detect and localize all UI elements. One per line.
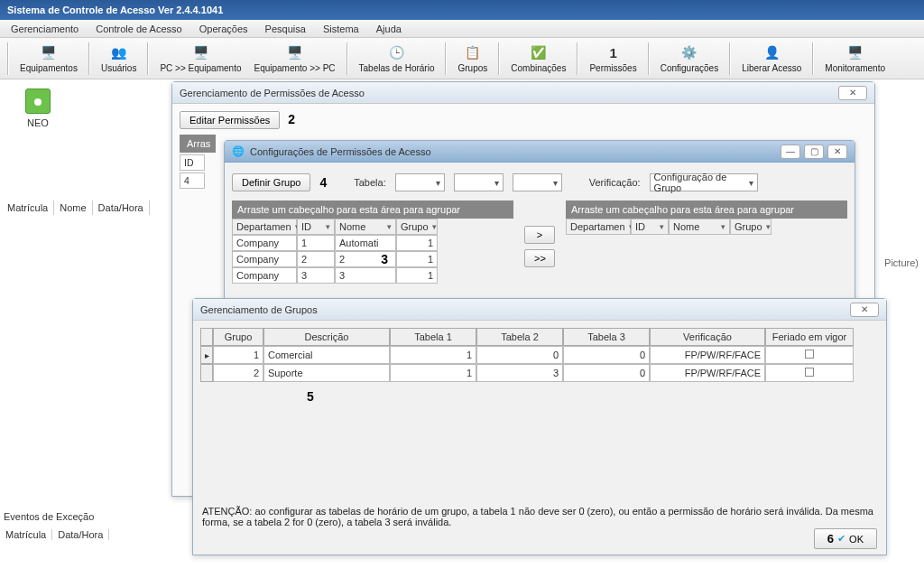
col-datahora: Data/Hora <box>93 200 150 215</box>
cell-checkbox[interactable] <box>765 364 854 382</box>
cell: 23 <box>335 251 396 267</box>
col-nome[interactable]: Nome <box>669 219 730 235</box>
minimize-button[interactable]: — <box>781 144 800 159</box>
window-title: Configurações de Permissões de Acesso <box>250 146 431 157</box>
col-feriado[interactable]: Feriado em vigor <box>765 328 854 346</box>
verif-label: Verificação: <box>589 177 641 188</box>
toolbar-equipamentos[interactable]: 🖥️Equipamentos <box>16 40 81 78</box>
col-grupo[interactable]: Grupo <box>396 219 438 235</box>
col-nome: Nome <box>54 200 92 215</box>
table-row[interactable]: Company 2 23 1 <box>232 251 513 267</box>
col-descricao[interactable]: Descrição <box>263 328 390 346</box>
table-row[interactable]: Company 3 3 1 <box>232 267 513 284</box>
toolbar-pc-equip[interactable]: 🖥️PC >> Equipamento <box>156 40 245 78</box>
col-departamento[interactable]: Departamen <box>566 219 631 235</box>
cell: Company <box>232 251 297 267</box>
separator <box>498 42 500 75</box>
toolbar-combinacoes[interactable]: ✅Combinações <box>507 40 569 78</box>
toolbar-label: PC >> Equipamento <box>160 63 241 73</box>
cell: 2 <box>213 364 263 382</box>
picture-caption: Picture) <box>884 257 919 268</box>
separator <box>729 42 731 75</box>
group-header-stub: Arras <box>180 135 216 153</box>
tabela-dropdown-2[interactable] <box>454 173 504 191</box>
cell: Automati <box>335 235 396 251</box>
col-tabela3[interactable]: Tabela 3 <box>563 328 650 346</box>
col-id[interactable]: ID <box>631 219 669 235</box>
col-tabela2[interactable]: Tabela 2 <box>476 328 563 346</box>
menu-item[interactable]: Ajuda <box>369 20 409 38</box>
col-matricula: Matrícula <box>0 529 52 540</box>
table-row[interactable]: ▸ 1 Comercial 1 0 0 FP/PW/RF/FACE <box>200 346 879 364</box>
clock-icon: 🕒 <box>388 43 406 61</box>
ok-label: OK <box>849 534 864 545</box>
col-nome[interactable]: Nome <box>335 219 396 235</box>
cell: FP/PW/RF/FACE <box>650 364 765 382</box>
menu-item[interactable]: Gerenciamento <box>4 20 86 38</box>
menu-item[interactable]: Controle de Acesso <box>88 20 189 38</box>
menu-item[interactable]: Sistema <box>316 20 366 38</box>
toolbar-monitor[interactable]: 🖥️Monitoramento <box>821 40 889 78</box>
menu-item[interactable]: Pesquisa <box>258 20 313 38</box>
group-drop-header: Arraste um cabeçalho para esta área para… <box>232 200 513 219</box>
callout-6: 6 <box>827 532 834 545</box>
tabela-dropdown-3[interactable] <box>513 173 562 191</box>
cell: 0 <box>476 346 563 364</box>
window-grupos: Gerenciamento de Grupos ✕ Grupo Descriçã… <box>192 298 887 555</box>
move-one-button[interactable]: > <box>524 226 555 244</box>
cell: 1 <box>396 267 438 284</box>
callout-2: 2 <box>288 112 295 126</box>
toolbar-config[interactable]: ⚙️Configurações <box>657 40 722 78</box>
cell: 0 <box>563 346 650 364</box>
window-titlebar: 🌐 Configurações de Permissões de Acesso … <box>225 141 855 163</box>
col-grupo[interactable]: Grupo <box>213 328 263 346</box>
users-icon: 👥 <box>110 43 128 61</box>
close-button[interactable]: ✕ <box>850 303 879 317</box>
desktop-icon-neo[interactable]: NEO <box>18 89 58 128</box>
cell: Suporte <box>263 364 390 382</box>
col-id[interactable]: ID <box>297 219 335 235</box>
toolbar-label: Configurações <box>661 63 718 73</box>
cell: 3 <box>335 267 396 284</box>
callout-5: 5 <box>307 389 314 404</box>
table-row[interactable]: 2 Suporte 1 3 0 FP/PW/RF/FACE <box>200 364 879 382</box>
col-verificacao[interactable]: Verificação <box>650 328 765 346</box>
toolbar-equip-pc[interactable]: 🖥️Equipamento >> PC <box>250 40 338 78</box>
groups-icon: 📋 <box>464 43 482 61</box>
col-grupo[interactable]: Grupo <box>730 219 772 235</box>
toolbar-horario[interactable]: 🕒Tabelas de Horário <box>356 40 439 78</box>
toolbar-label: Permissões <box>589 63 636 73</box>
neo-label: NEO <box>18 117 58 128</box>
separator <box>577 42 578 75</box>
cell: 3 <box>297 267 335 284</box>
maximize-button[interactable]: ▢ <box>804 144 824 159</box>
gear-icon: ⚙️ <box>680 43 698 61</box>
verificacao-dropdown[interactable]: Configuração de Grupo <box>650 173 758 191</box>
neo-icon <box>25 89 51 114</box>
table-row[interactable]: Company 1 Automati 1 <box>232 235 513 251</box>
cell-checkbox[interactable] <box>765 346 854 364</box>
window-controls: — ▢ ✕ <box>781 144 847 159</box>
ok-button[interactable]: 6 ✔ OK <box>814 528 877 549</box>
editar-permissoes-button[interactable]: Editar Permissões <box>180 111 280 129</box>
tabela-dropdown-1[interactable] <box>395 173 445 191</box>
menu-item[interactable]: Operações <box>192 20 255 38</box>
col-departamento[interactable]: Departamen <box>232 219 297 235</box>
toolbar-permissoes[interactable]: 1Permissões <box>586 40 640 78</box>
definir-grupo-button[interactable]: Definir Grupo <box>232 173 310 191</box>
move-all-button[interactable]: >> <box>524 249 555 267</box>
close-button[interactable]: ✕ <box>827 144 847 159</box>
col-tabela1[interactable]: Tabela 1 <box>390 328 476 346</box>
tabela-label: Tabela: <box>354 177 385 188</box>
toolbar-grupos[interactable]: 📋Grupos <box>454 40 491 78</box>
checkbox-icon <box>805 350 814 359</box>
toolbar-usuarios[interactable]: 👥Usuários <box>97 40 140 78</box>
device-icon: 🖥️ <box>40 43 58 61</box>
toolbar-liberar[interactable]: 👤Liberar Acesso <box>738 40 805 78</box>
grid-header: Grupo Descrição Tabela 1 Tabela 2 Tabela… <box>200 328 879 346</box>
close-button[interactable]: ✕ <box>838 86 867 100</box>
id-header: ID <box>180 154 205 171</box>
row-indicator <box>200 364 213 382</box>
toolbar-label: Combinações <box>511 63 566 73</box>
window-title: Gerenciamento de Permissões de Acesso <box>180 88 365 98</box>
